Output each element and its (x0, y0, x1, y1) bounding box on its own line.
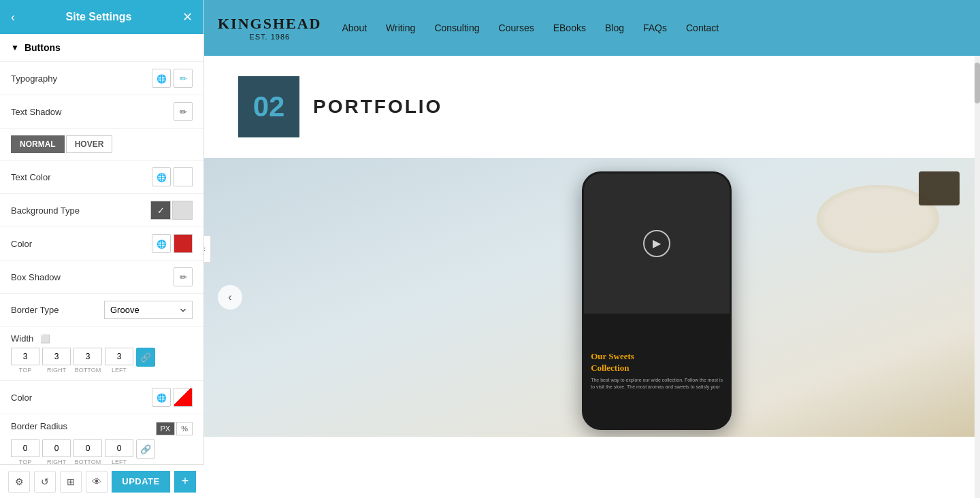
pen-icon: ✏ (180, 272, 187, 282)
br-unit-px-btn[interactable]: PX (156, 422, 176, 435)
nav-links: About Writing Consulting Courses EBooks … (342, 22, 719, 34)
width-bottom-wrap: BOTTOM (74, 348, 102, 374)
br-left-input[interactable] (105, 439, 133, 457)
border-radius-unit-group: PX % (156, 422, 193, 435)
br-top-wrap: TOP (11, 439, 39, 465)
typography-label: Typography (11, 73, 57, 84)
text-color-row: Text Color (0, 161, 203, 194)
collapse-panel-btn[interactable]: ‹ (204, 235, 211, 263)
color-controls (152, 234, 193, 253)
logo-sub: EST. 1986 (218, 33, 321, 41)
pen-icon: ✏ (180, 107, 187, 117)
width-right-input[interactable] (42, 348, 71, 365)
width-link-btn[interactable]: 🔗 (136, 348, 155, 367)
bg-type-btn-group: ✓ (150, 201, 193, 220)
border-radius-inputs: TOP RIGHT BOTTOM LEFT 🔗 (11, 439, 193, 465)
bg-type-solid-btn[interactable]: ✓ (150, 201, 171, 220)
text-color-swatch[interactable] (174, 167, 193, 186)
panel-footer: ⚙ ↺ ⊞ 👁 UPDATE + (0, 464, 204, 498)
width-top-wrap: TOP (11, 348, 39, 374)
layout-icon-btn[interactable]: ⊞ (60, 471, 82, 493)
chevron-down-icon: ▼ (11, 43, 19, 52)
typography-controls: ✏ (152, 69, 193, 88)
typography-row: Typography ✏ (0, 62, 203, 95)
scrollbar-thumb[interactable] (975, 63, 980, 103)
text-shadow-row: Text Shadow ✏ (0, 95, 203, 129)
width-left-wrap: LEFT (105, 348, 133, 374)
box-shadow-label: Box Shadow (11, 272, 61, 282)
typography-edit-btn[interactable]: ✏ (174, 69, 193, 88)
border-radius-label: Border Radius (11, 421, 67, 431)
eye-icon-btn[interactable]: 👁 (86, 471, 108, 493)
nav-contact[interactable]: Contact (686, 22, 719, 33)
settings-icon-btn[interactable]: ⚙ (8, 471, 30, 493)
scrollbar[interactable] (975, 56, 980, 498)
state-tab-group: NORMAL HOVER (11, 135, 112, 153)
carousel-prev-btn[interactable]: ‹ (218, 285, 242, 310)
history-icon-btn[interactable]: ↺ (34, 471, 56, 493)
bg-type-gradient-btn[interactable] (172, 201, 193, 220)
normal-tab[interactable]: NORMAL (11, 135, 65, 153)
box-shadow-edit-btn[interactable]: ✏ (174, 267, 193, 286)
border-type-select[interactable]: Groove Solid Dashed Dotted Double None (104, 301, 193, 319)
width-row: Width ⬜ TOP RIGHT BOTTOM LEFT (0, 327, 203, 381)
nav-faqs[interactable]: FAQs (643, 22, 667, 33)
phone-screen-top: ▶ (584, 173, 730, 314)
text-color-globe-btn[interactable] (152, 167, 171, 186)
nav-about[interactable]: About (342, 22, 367, 33)
width-top-input[interactable] (11, 348, 39, 365)
text-shadow-edit-btn[interactable]: ✏ (174, 102, 193, 121)
width-left-input[interactable] (105, 348, 133, 365)
phone-body-text: The best way to explore our wide collect… (591, 377, 723, 391)
nav-consulting[interactable]: Consulting (434, 22, 479, 33)
border-color-globe-btn[interactable] (152, 388, 171, 407)
phone-screen: ▶ Our SweetsCollection The best way to e… (584, 173, 730, 428)
br-top-input[interactable] (11, 439, 39, 457)
back-icon[interactable]: ‹ (11, 10, 15, 24)
border-color-row: Color (0, 381, 203, 414)
phone-mockup: ▶ Our SweetsCollection The best way to e… (582, 171, 732, 430)
nav-blog[interactable]: Blog (605, 22, 624, 33)
width-bottom-input[interactable] (74, 348, 102, 365)
portfolio-image: ▶ Our SweetsCollection The best way to e… (204, 158, 980, 437)
globe-icon (157, 73, 167, 84)
settings-panel: ‹ Site Settings ✕ ▼ Buttons Typography ✏… (0, 0, 204, 498)
color-globe-btn[interactable] (152, 234, 171, 253)
box-shadow-row: Box Shadow ✏ (0, 261, 203, 294)
text-color-label: Text Color (11, 172, 51, 182)
border-type-controls: Groove Solid Dashed Dotted Double None (104, 301, 193, 319)
panel-header: ‹ Site Settings ✕ (0, 0, 203, 34)
section-label: Buttons (24, 42, 61, 53)
border-type-row: Border Type Groove Solid Dashed Dotted D… (0, 294, 203, 327)
typography-globe-btn[interactable] (152, 69, 171, 88)
br-bottom-input[interactable] (74, 439, 102, 457)
border-color-label: Color (11, 393, 32, 403)
globe-icon (157, 239, 167, 249)
portfolio-number-box: 02 (238, 76, 299, 137)
br-unit-percent-btn[interactable]: % (176, 422, 193, 435)
update-button[interactable]: UPDATE (112, 471, 170, 493)
nav-courses[interactable]: Courses (499, 22, 534, 33)
globe-icon (157, 393, 167, 403)
buttons-section-header[interactable]: ▼ Buttons (0, 34, 203, 62)
nav-writing[interactable]: Writing (386, 22, 415, 33)
width-top-label: TOP (19, 367, 31, 374)
portfolio-header: 02 PORTFOLIO (204, 56, 980, 158)
hover-tab[interactable]: HOVER (66, 135, 113, 153)
logo-text: KINGSHEAD (218, 15, 321, 33)
pen-icon: ✏ (180, 73, 187, 84)
nav-ebooks[interactable]: EBooks (553, 22, 586, 33)
border-color-controls (152, 388, 193, 407)
close-icon[interactable]: ✕ (182, 10, 193, 24)
bg-dark-object (919, 171, 960, 205)
background-type-controls: ✓ (150, 201, 193, 220)
color-swatch[interactable] (174, 234, 193, 253)
br-link-btn[interactable]: 🔗 (136, 439, 155, 459)
color-row: Color (0, 227, 203, 261)
phone-screen-bottom: Our SweetsCollection The best way to exp… (584, 314, 730, 428)
background-type-label: Background Type (11, 205, 80, 216)
play-button-icon: ▶ (643, 230, 670, 257)
plus-dropdown-btn[interactable]: + (174, 471, 196, 493)
border-color-swatch[interactable] (174, 388, 193, 407)
br-right-input[interactable] (42, 439, 71, 457)
